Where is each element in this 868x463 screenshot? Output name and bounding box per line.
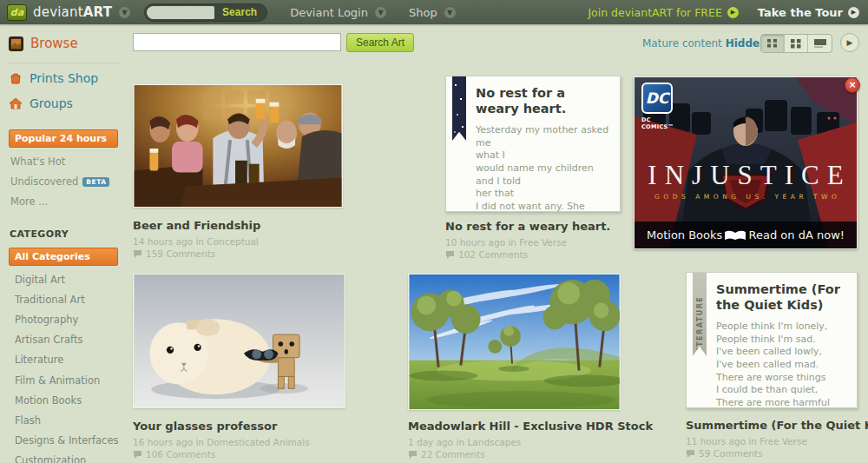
ad-footer: Motion Books Read on dA now! <box>635 222 857 248</box>
beta-badge: BETA <box>82 177 109 187</box>
comment-bubble-icon <box>133 450 142 459</box>
category-section-label: CATEGORY <box>0 228 130 240</box>
category-all-categories[interactable]: All Categories <box>9 248 118 266</box>
header-search-button[interactable]: Search <box>214 6 265 18</box>
deviation-meta: 10 hours ago in Free Verse <box>445 237 621 248</box>
house-icon <box>9 96 23 110</box>
comment-bubble-icon <box>408 450 418 459</box>
sidebar-item-groups[interactable]: Groups <box>0 90 130 116</box>
filter-popular-24-hours[interactable]: Popular 24 hours <box>9 129 118 148</box>
deviation-meta: 11 hours ago in Free Verse <box>686 436 858 446</box>
dc-comics-logo: DC DC COMICS™ <box>641 83 676 131</box>
full-view-icon <box>813 38 827 49</box>
filter-whats-hot[interactable]: What's Hot <box>0 148 130 168</box>
time-filters: Popular 24 hours What's Hot Undiscovered… <box>0 129 130 208</box>
deviation-caption: Meadowlark Hill - Exclusive HDR Stock 1 … <box>408 420 621 460</box>
full-view-button[interactable] <box>808 35 832 52</box>
deviation-comments[interactable]: 106 Comments <box>133 449 345 460</box>
sidebar-item-browse[interactable]: Browse <box>0 24 130 61</box>
header-search-input[interactable] <box>147 6 214 19</box>
beer-and-friendship-thumbnail[interactable] <box>133 84 343 208</box>
deviation-card-summertime: LITERATURE Summertime (For the Quiet Kid… <box>686 272 858 459</box>
shopping-bag-icon <box>9 71 23 85</box>
deviation-card-beer-and-friendship: Beer and Friendship 14 hours ago in Conc… <box>133 84 343 259</box>
browse-art-icon <box>9 36 23 51</box>
shop-menu[interactable]: Shop ▼ <box>409 6 456 19</box>
filter-more[interactable]: More ... <box>0 188 130 208</box>
chevron-down-icon: ▼ <box>444 7 456 18</box>
view-mode-toggle <box>760 34 832 53</box>
grid-view-button[interactable] <box>785 35 808 52</box>
deviation-title[interactable]: Meadowlark Hill - Exclusive HDR Stock <box>408 420 621 433</box>
comment-bubble-icon <box>133 249 142 258</box>
deviation-title[interactable]: Your glasses professor <box>133 420 345 433</box>
category-item[interactable]: Flash <box>0 410 130 430</box>
deviation-comments[interactable]: 159 Comments <box>133 248 343 259</box>
literature-text: Summertime (For the Quiet Kids) People t… <box>687 273 857 408</box>
comment-bubble-icon <box>686 449 695 458</box>
deviation-caption: Beer and Friendship 14 hours ago in Conc… <box>133 219 343 259</box>
brand-wordmark[interactable]: deviantART <box>33 4 112 20</box>
main-content: Search Art Mature content Hidden ▶ <box>130 24 868 463</box>
deviation-card-no-rest: No rest for a weary heart. Yesterday my … <box>445 76 621 260</box>
open-book-icon <box>724 229 746 241</box>
close-ad-button[interactable]: × <box>845 77 860 93</box>
deviation-meta: 14 hours ago in Conceptual <box>133 236 343 247</box>
deviation-title[interactable]: No rest for a weary heart. <box>445 220 621 233</box>
deviation-comments[interactable]: 102 Comments <box>445 249 621 260</box>
category-item[interactable]: Traditional Art <box>0 289 130 309</box>
deviantart-browse-page: da deviantART ▼ Search Deviant Login ▼ S… <box>0 0 868 463</box>
read-on-da-label: Read on dA now! <box>749 228 845 241</box>
sidebar-divider <box>9 63 120 63</box>
literature-preview-card[interactable]: No rest for a weary heart. Yesterday my … <box>445 76 621 212</box>
deviantart-logo-icon[interactable]: da <box>7 4 27 21</box>
art-search-input[interactable] <box>133 33 341 51</box>
literature-text: No rest for a weary heart. Yesterday my … <box>446 76 620 212</box>
injustice-advertisement[interactable]: DC DC COMICS™ INJUSTICE GODS AMONG US. Y… <box>634 76 858 249</box>
glasses-professor-thumbnail[interactable] <box>133 274 345 408</box>
header-search-form: Search <box>144 3 267 22</box>
literature-preview-card[interactable]: LITERATURE Summertime (For the Quiet Kid… <box>686 272 858 408</box>
deviation-caption: No rest for a weary heart. 10 hours ago … <box>445 220 621 260</box>
category-item[interactable]: Designs & Interfaces <box>0 431 130 451</box>
deviation-meta: 16 hours ago in Domesticated Animals <box>133 437 345 447</box>
literature-ribbon: LITERATURE <box>693 273 707 356</box>
join-arrow-icon[interactable]: ▶ <box>727 7 739 18</box>
meadowlark-hill-thumbnail[interactable] <box>408 274 621 410</box>
chevron-down-icon[interactable]: ▼ <box>119 7 130 18</box>
slideshow-play-button[interactable]: ▶ <box>840 33 859 52</box>
take-the-tour-link[interactable]: Take the Tour <box>758 6 843 19</box>
sidebar-item-prints-shop[interactable]: Prints Shop <box>0 65 130 90</box>
join-link[interactable]: Join deviantART for FREE <box>588 6 721 19</box>
category-item[interactable]: Artisan Crafts <box>0 330 130 350</box>
tour-arrow-icon[interactable]: ▶ <box>848 7 859 18</box>
category-item[interactable]: Customization <box>0 451 130 463</box>
night-sky-ribbon <box>452 76 466 141</box>
ad-title: INJUSTICE <box>635 160 857 191</box>
deviation-meta: 1 day ago in Landscapes <box>408 437 621 447</box>
top-navigation-bar: da deviantART ▼ Search Deviant Login ▼ S… <box>0 0 868 24</box>
deviant-login-menu[interactable]: Deviant Login ▼ <box>290 6 386 19</box>
category-item[interactable]: Film & Animation <box>0 370 130 390</box>
deviation-title[interactable]: Beer and Friendship <box>133 219 343 232</box>
header-right-links: Join deviantART for FREE ▶ Take the Tour… <box>588 6 859 19</box>
mature-content-setting: Mature content Hidden <box>642 37 767 50</box>
category-list: Digital Art Traditional Art Photography … <box>0 269 130 463</box>
deviation-card-meadowlark-hill: Meadowlark Hill - Exclusive HDR Stock 1 … <box>408 274 621 460</box>
chevron-down-icon: ▼ <box>375 7 386 18</box>
deviation-caption: Summertime (For the Quiet Kids) 11 hours… <box>686 419 858 459</box>
search-art-button[interactable]: Search Art <box>346 33 414 52</box>
category-item[interactable]: Digital Art <box>0 269 130 289</box>
category-item[interactable]: Photography <box>0 309 130 329</box>
deviation-comments[interactable]: 22 Comments <box>408 449 621 460</box>
deviation-title[interactable]: Summertime (For the Quiet Kids) <box>686 419 858 432</box>
category-item[interactable]: Literature <box>0 350 130 370</box>
grid-details-view-button[interactable] <box>761 35 785 52</box>
grid-details-icon <box>766 38 779 49</box>
filter-undiscovered[interactable]: Undiscovered BETA <box>0 168 130 188</box>
motion-books-label: Motion Books <box>647 228 722 241</box>
category-item[interactable]: Motion Books <box>0 390 130 410</box>
deviation-comments[interactable]: 59 Comments <box>686 448 858 459</box>
deviation-card-glasses-professor: Your glasses professor 16 hours ago in D… <box>133 274 345 460</box>
ad-subtitle: GODS AMONG US. YEAR TWO <box>635 193 857 201</box>
